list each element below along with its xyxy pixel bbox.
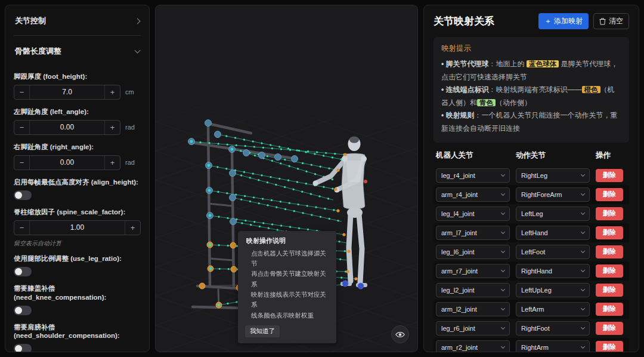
control-sidebar: 关节控制 骨骼长度调整 脚跟厚度 (foot_height): − 7.0 + … bbox=[5, 5, 150, 352]
section-bone-length[interactable]: 骨骼长度调整 bbox=[14, 36, 141, 66]
motion-joint-select[interactable]: RightArm bbox=[516, 340, 590, 352]
chevron-down-icon bbox=[501, 173, 505, 177]
table-row: arm_r2_joint RightArm 删除 bbox=[434, 338, 629, 352]
mapping-table: 机器人关节 动作关节 操作 leg_r4_joint RightLeg 删除 a… bbox=[434, 150, 629, 352]
clear-all-label: 清空 bbox=[609, 16, 623, 26]
use-leg-ratio-field: 使用腿部比例调整 (use_leg_ratio): bbox=[14, 254, 141, 276]
spine-scale-value[interactable]: 1.00 bbox=[30, 221, 125, 235]
trash-icon bbox=[599, 18, 606, 25]
visibility-toggle-button[interactable] bbox=[391, 325, 409, 343]
chevron-down-icon bbox=[135, 48, 141, 54]
decrement-button[interactable]: − bbox=[14, 121, 30, 134]
tooltip-line: 映射连接线表示关节对应关系 bbox=[244, 290, 330, 310]
tip-mapping-rule: • 映射规则：一个机器人关节只能连接一个动作关节，重新连接会自动断开旧连接 bbox=[441, 109, 621, 135]
foot-height-field: 脚跟厚度 (foot_height): − 7.0 + cm bbox=[14, 72, 141, 100]
section-joint-control[interactable]: 关节控制 bbox=[14, 5, 141, 35]
mapping-table-header: 机器人关节 动作关节 操作 bbox=[434, 150, 629, 166]
chevron-down-icon bbox=[501, 344, 505, 349]
table-row: arm_r7_joint RightHand 删除 bbox=[434, 261, 629, 281]
tooltip-line: 线条颜色表示映射权重 bbox=[244, 310, 330, 321]
motion-joint-select[interactable]: LeftArm bbox=[516, 302, 590, 316]
right-angle-label: 右脚趾角度 (right_angle): bbox=[14, 143, 141, 152]
delete-mapping-button[interactable]: 删除 bbox=[596, 264, 623, 278]
motion-joint-select[interactable]: LeftUpLeg bbox=[516, 283, 590, 297]
chevron-down-icon bbox=[501, 306, 505, 310]
robot-joint-select[interactable]: leg_r4_joint bbox=[436, 168, 510, 183]
tip-endpoint-markers: • 连线端点标识：映射线两端有亮球标识——橙色（机器人侧）和青色（动作侧） bbox=[441, 84, 621, 109]
right-angle-unit: rad bbox=[125, 159, 141, 166]
motion-joint-select[interactable]: LeftFoot bbox=[516, 245, 590, 259]
delete-mapping-button[interactable]: 删除 bbox=[596, 284, 623, 297]
tooltip-title: 映射操作说明 bbox=[244, 236, 330, 245]
tooltip-confirm-button[interactable]: 我知道了 bbox=[245, 325, 280, 337]
decrement-button[interactable]: − bbox=[14, 156, 30, 170]
use-leg-ratio-label: 使用腿部比例调整 (use_leg_ratio): bbox=[14, 254, 141, 263]
decrement-button[interactable]: − bbox=[14, 221, 30, 235]
delete-mapping-button[interactable]: 删除 bbox=[596, 207, 623, 220]
chevron-down-icon bbox=[581, 268, 585, 272]
delete-mapping-button[interactable]: 删除 bbox=[596, 226, 623, 239]
section-joint-control-title: 关节控制 bbox=[15, 16, 46, 26]
increment-button[interactable]: + bbox=[104, 121, 120, 134]
motion-joint-select[interactable]: RightLeg bbox=[516, 168, 590, 183]
left-angle-value[interactable]: 0.00 bbox=[30, 121, 104, 134]
robot-joint-select[interactable]: leg_l4_joint bbox=[436, 207, 510, 221]
chevron-down-icon bbox=[581, 287, 585, 291]
use-leg-ratio-toggle[interactable] bbox=[14, 267, 32, 276]
robot-joint-select[interactable]: leg_l2_joint bbox=[436, 283, 510, 297]
robot-joint-select[interactable]: leg_l6_joint bbox=[436, 245, 510, 259]
right-angle-value[interactable]: 0.00 bbox=[30, 156, 104, 170]
delete-mapping-button[interactable]: 删除 bbox=[596, 169, 623, 182]
robot-joint-select[interactable]: arm_l2_joint bbox=[436, 302, 510, 316]
foot-height-stepper: − 7.0 + bbox=[14, 85, 120, 100]
add-mapping-button[interactable]: ＋ 添加映射 bbox=[538, 13, 589, 29]
robot-joint-select[interactable]: leg_r6_joint bbox=[436, 321, 510, 336]
foot-height-value[interactable]: 7.0 bbox=[30, 85, 104, 99]
orange-chip: 橙色 bbox=[582, 86, 600, 93]
table-row: arm_l7_joint LeftHand 删除 bbox=[434, 223, 629, 242]
increment-button[interactable]: + bbox=[104, 156, 120, 170]
chevron-down-icon bbox=[501, 192, 505, 196]
table-row: arm_r4_joint RightForeArm 删除 bbox=[434, 185, 629, 204]
motion-joint-select[interactable]: RightFoot bbox=[516, 321, 590, 336]
chevron-down-icon bbox=[581, 211, 585, 215]
delete-mapping-button[interactable]: 删除 bbox=[596, 322, 623, 335]
robot-joint-select[interactable]: arm_r7_joint bbox=[436, 264, 510, 278]
delete-mapping-button[interactable]: 删除 bbox=[596, 245, 623, 258]
motion-joint-select[interactable]: LeftHand bbox=[516, 226, 590, 240]
increment-button[interactable]: + bbox=[125, 221, 140, 235]
eye-icon bbox=[395, 331, 405, 338]
chevron-down-icon bbox=[501, 268, 505, 272]
motion-joint-select[interactable]: RightForeArm bbox=[516, 187, 590, 202]
chevron-down-icon bbox=[581, 192, 585, 196]
clear-all-button[interactable]: 清空 bbox=[593, 13, 629, 29]
spine-scale-label: 脊柱缩放因子 (spine_scale_factor): bbox=[14, 208, 141, 217]
chevron-down-icon bbox=[581, 325, 585, 330]
chevron-down-icon bbox=[581, 173, 585, 177]
right-angle-field: 右脚趾角度 (right_angle): − 0.00 + rad bbox=[14, 143, 141, 170]
left-angle-label: 左脚趾角度 (left_angle): bbox=[14, 107, 141, 116]
spine-scale-stepper: − 1.00 + bbox=[14, 220, 141, 235]
decrement-button[interactable]: − bbox=[14, 85, 30, 99]
delete-mapping-button[interactable]: 删除 bbox=[596, 188, 623, 201]
robot-joint-select[interactable]: arm_r4_joint bbox=[436, 187, 510, 202]
robot-joint-select[interactable]: arm_l7_joint bbox=[436, 226, 510, 240]
delete-mapping-button[interactable]: 删除 bbox=[596, 303, 623, 316]
motion-joint-select[interactable]: RightHand bbox=[516, 264, 590, 278]
plus-icon: ＋ bbox=[544, 16, 552, 26]
chevron-down-icon bbox=[501, 249, 505, 253]
knee-compensation-toggle[interactable] bbox=[14, 306, 32, 315]
viewport-3d[interactable]: 映射操作说明 点击机器人关节球选择源关节 再点击骨骼关节建立映射关系 映射连接线… bbox=[155, 5, 418, 352]
align-height-toggle[interactable] bbox=[14, 190, 32, 200]
chevron-right-icon bbox=[135, 18, 141, 24]
motion-joint-select[interactable]: LeftLeg bbox=[516, 207, 590, 221]
table-row: leg_l6_joint LeftFoot 删除 bbox=[434, 242, 629, 261]
robot-joint-select[interactable]: arm_r2_joint bbox=[436, 340, 510, 352]
section-bone-length-title: 骨骼长度调整 bbox=[15, 46, 61, 57]
shoulder-compensation-toggle[interactable] bbox=[14, 344, 32, 352]
increment-button[interactable]: + bbox=[104, 85, 120, 99]
table-row: leg_r4_joint RightLeg 删除 bbox=[434, 166, 629, 185]
delete-mapping-button[interactable]: 删除 bbox=[596, 341, 623, 352]
align-height-label: 启用每帧最低点高度对齐 (align_height): bbox=[14, 178, 141, 187]
chevron-down-icon bbox=[501, 325, 505, 330]
